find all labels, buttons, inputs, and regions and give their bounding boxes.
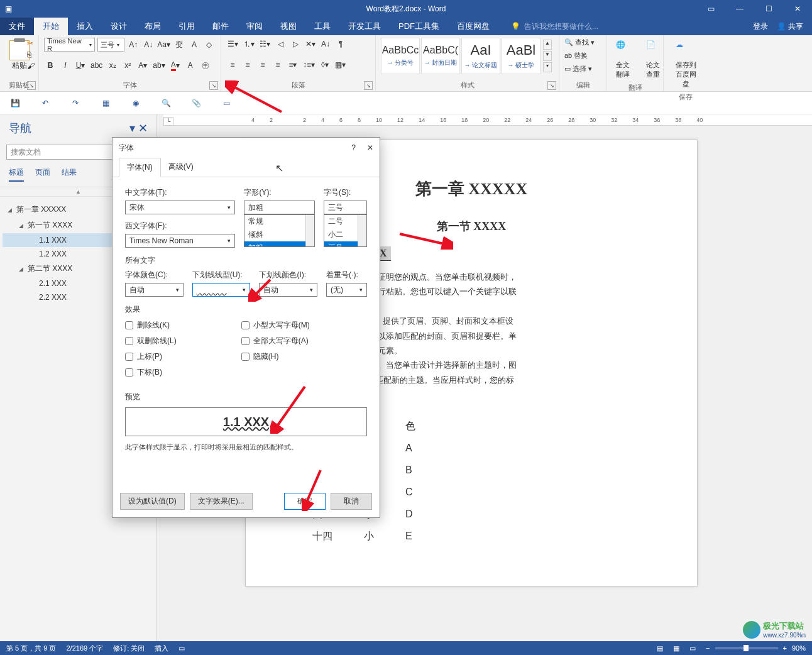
emphasis-combo[interactable]: (无)▾ xyxy=(326,283,367,297)
justify-icon[interactable]: ≡ xyxy=(272,58,284,71)
hidden-checkbox[interactable]: 隐藏(H) xyxy=(241,351,358,362)
cut-icon[interactable]: ✂ xyxy=(27,39,35,48)
dialog-tab-advanced[interactable]: 高级(V) xyxy=(161,158,201,177)
view-print-icon[interactable]: ▦ xyxy=(673,644,679,652)
find-button[interactable]: 🔍 查找 ▾ xyxy=(564,38,601,47)
shrink-font-icon[interactable]: A↓ xyxy=(142,38,155,51)
align-right-icon[interactable]: ≡ xyxy=(256,58,269,71)
styles-scroll-up[interactable]: ▲ xyxy=(543,40,552,50)
font-size-list[interactable]: 二号 小二 三号 xyxy=(324,214,367,247)
cn-font-combo[interactable]: 宋体▾ xyxy=(125,201,235,214)
zoom-in-icon[interactable]: + xyxy=(783,644,787,652)
change-case-icon[interactable]: Aa▾ xyxy=(157,38,170,51)
select-button[interactable]: ▭ 选择 ▾ xyxy=(564,64,601,74)
tab-design[interactable]: 设计 xyxy=(102,18,136,35)
tab-review[interactable]: 审阅 xyxy=(238,18,272,35)
tab-file[interactable]: 文件 xyxy=(0,18,34,35)
dstrike-checkbox[interactable]: 双删除线(L) xyxy=(125,336,241,346)
clipboard-launcher[interactable]: ↘ xyxy=(27,81,36,90)
status-track[interactable]: 修订: 关闭 xyxy=(113,644,145,653)
view-read-icon[interactable]: ▤ xyxy=(657,644,663,652)
clear-format-icon[interactable]: ◇ xyxy=(203,38,216,51)
status-extra-icon[interactable]: ▭ xyxy=(178,644,185,652)
multilevel-icon[interactable]: ☷▾ xyxy=(258,38,272,50)
phonetic-icon[interactable]: 变 xyxy=(173,38,185,51)
ribbon-options-icon[interactable]: ▭ xyxy=(696,0,725,18)
font-launcher[interactable]: ↘ xyxy=(209,81,218,90)
bold-icon[interactable]: B xyxy=(44,59,57,72)
highlight-icon[interactable]: ab▾ xyxy=(151,59,166,72)
char-shading-icon[interactable]: A xyxy=(184,59,197,72)
qat-btn-8[interactable]: ▭ xyxy=(220,97,233,109)
tab-view[interactable]: 视图 xyxy=(272,18,305,35)
share-button[interactable]: 👤 共享 xyxy=(777,21,803,32)
font-color-combo[interactable]: 自动▾ xyxy=(125,283,184,297)
style-item-3[interactable]: AaI→ 论文标题 xyxy=(461,38,500,74)
tab-devtools[interactable]: 开发工具 xyxy=(339,18,390,35)
cancel-button[interactable]: 取消 xyxy=(331,493,372,510)
paragraph-launcher[interactable]: ↘ xyxy=(364,81,373,90)
show-marks-icon[interactable]: ¶ xyxy=(334,38,347,50)
nav-close-icon[interactable]: ▾ ✕ xyxy=(129,121,148,135)
qat-save-icon[interactable]: 💾 xyxy=(9,97,21,109)
nav-tab-results[interactable]: 结果 xyxy=(62,167,77,182)
distribute-icon[interactable]: ≡▾ xyxy=(287,58,299,71)
superscript-checkbox[interactable]: 上标(P) xyxy=(125,351,241,362)
status-page[interactable]: 第 5 页，共 9 页 xyxy=(6,644,56,653)
bullets-icon[interactable]: ☰▾ xyxy=(226,38,239,50)
underline-color-combo[interactable]: 自动▾ xyxy=(259,283,317,297)
strike-checkbox[interactable]: 删除线(K) xyxy=(125,320,241,331)
horizontal-ruler[interactable]: 42246810121416182022242628303234363840 xyxy=(163,114,812,126)
copy-icon[interactable]: ⎘ xyxy=(27,50,35,59)
grow-font-icon[interactable]: A↑ xyxy=(127,38,140,51)
maximize-icon[interactable]: ☐ xyxy=(754,0,783,18)
decrease-indent-icon[interactable]: ◁ xyxy=(274,38,287,50)
dialog-help-icon[interactable]: ? xyxy=(351,143,356,152)
enclose-char-icon[interactable]: ㊥ xyxy=(199,59,212,72)
font-style-input[interactable]: 加粗 xyxy=(244,201,315,214)
font-name-combo[interactable]: Times New R▾ xyxy=(44,38,95,52)
font-size-input[interactable]: 三号 xyxy=(324,201,367,214)
styles-launcher[interactable]: ↘ xyxy=(547,81,556,90)
asian-layout-icon[interactable]: ✕▾ xyxy=(304,38,317,50)
borders-icon[interactable]: ▦▾ xyxy=(334,58,347,71)
align-left-icon[interactable]: ≡ xyxy=(226,58,239,71)
tab-tools[interactable]: 工具 xyxy=(305,18,339,35)
tab-pdf[interactable]: PDF工具集 xyxy=(390,18,448,35)
shading-icon[interactable]: ◊▾ xyxy=(319,58,331,71)
ok-button[interactable]: 确定 xyxy=(284,493,326,510)
zoom-slider[interactable] xyxy=(715,647,778,649)
zoom-level[interactable]: 90% xyxy=(792,644,806,652)
qat-redo-icon[interactable]: ↷ xyxy=(69,97,82,109)
increase-indent-icon[interactable]: ▷ xyxy=(289,38,302,50)
close-icon[interactable]: ✕ xyxy=(783,0,812,18)
fulltext-translate-button[interactable]: 🌐全文翻译 xyxy=(612,38,640,82)
tell-me-search[interactable]: 💡 告诉我您想要做什么... xyxy=(498,18,753,35)
qat-btn-4[interactable]: ▦ xyxy=(99,97,112,109)
zoom-out-icon[interactable]: − xyxy=(706,644,710,652)
char-border-icon[interactable]: A xyxy=(188,38,200,51)
tab-insert[interactable]: 插入 xyxy=(68,18,102,35)
underline-style-combo[interactable]: ▾ xyxy=(192,283,251,297)
smallcaps-checkbox[interactable]: 小型大写字母(M) xyxy=(241,320,358,331)
status-insert[interactable]: 插入 xyxy=(155,644,168,653)
font-color-icon[interactable]: A▾ xyxy=(169,59,182,72)
sort-icon[interactable]: A↓ xyxy=(319,38,332,50)
allcaps-checkbox[interactable]: 全部大写字母(A) xyxy=(241,336,358,346)
subscript-checkbox[interactable]: 下标(B) xyxy=(125,367,241,378)
format-painter-icon[interactable]: 🖌 xyxy=(27,62,35,70)
qat-undo-icon[interactable]: ↶ xyxy=(39,97,52,109)
tab-home[interactable]: 开始 xyxy=(34,18,68,35)
align-center-icon[interactable]: ≡ xyxy=(241,58,254,71)
styles-expand[interactable]: ▾ xyxy=(543,62,552,72)
font-style-list[interactable]: 常规 倾斜 加粗 xyxy=(244,214,315,247)
qat-btn-6[interactable]: 🔍 xyxy=(160,97,172,109)
dialog-close-icon[interactable]: ✕ xyxy=(367,143,373,152)
en-font-combo[interactable]: Times New Roman▾ xyxy=(125,234,235,248)
tab-layout[interactable]: 布局 xyxy=(136,18,170,35)
ruler-corner[interactable]: └ xyxy=(163,117,173,126)
italic-icon[interactable]: I xyxy=(59,59,72,72)
nav-tab-headings[interactable]: 标题 xyxy=(9,167,24,182)
line-spacing-icon[interactable]: ↕≡▾ xyxy=(302,58,316,71)
strike-icon[interactable]: abc xyxy=(89,59,104,72)
